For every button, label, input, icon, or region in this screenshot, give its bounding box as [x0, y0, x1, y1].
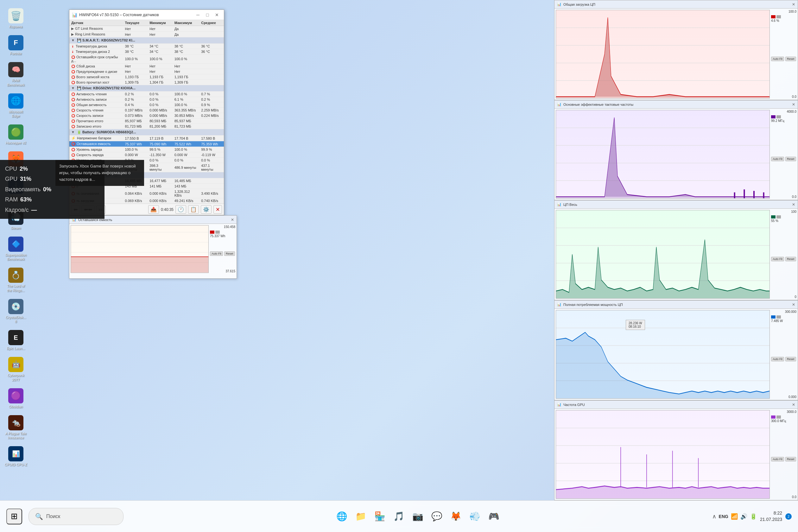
table-row[interactable]: ⚡Напряжение батареи 17.550 В17.119 В17.7… [69, 135, 224, 141]
svg-marker-24 [556, 240, 770, 298]
overlay-videomem-value: 0% [43, 184, 51, 194]
cpu-load-close[interactable]: ✕ [792, 2, 795, 7]
cpu-freq-graph-icon: 📊 [557, 102, 562, 107]
table-row[interactable]: ⭕Скорость чтения 0.197 MB/s0.000 MB/s363… [69, 108, 224, 113]
desktop-icon-cyberpunk[interactable]: 🤖 Cyberpunk 2077 [3, 355, 28, 383]
table-row[interactable]: ⭕Записано итого 81,723 МБ81,200 МБ81,723… [69, 124, 224, 129]
cpu-legend-red [771, 15, 776, 18]
cpu-auto-fit-button[interactable]: Auto Fit [771, 57, 784, 61]
taskbar-search[interactable]: 🔍 Поиск [28, 508, 124, 525]
cpu-freq-graph-area [556, 110, 770, 198]
freq-reset-button[interactable]: Reset [785, 157, 796, 161]
freq-auto-fit-button[interactable]: Auto Fit [771, 157, 784, 161]
cpu-all-legend-green [771, 215, 776, 218]
volume-icon[interactable]: 🔊 [740, 513, 747, 520]
desktop-icon-plague-tale[interactable]: 🐀 A Plague Tale Innocence [3, 413, 28, 442]
table-row[interactable]: ⭕Скорость заряда 0.000 W-11.350 W0.000 W… [69, 152, 224, 158]
table-row[interactable]: ⭕Общая активность 0.4 %0.0 %100.0 %0.9 % [69, 102, 224, 108]
table-row[interactable]: ⭕Оставшийся срок службы д... 100.0 %100.… [69, 55, 224, 64]
tray-arrow-icon[interactable]: ∧ [712, 513, 716, 520]
desktop-icon-superposition[interactable]: 🔷 Superposition Benchmark [3, 235, 28, 263]
toolbar-close-button[interactable]: ✕ [213, 205, 222, 214]
table-row[interactable]: ⭕Прочитано итого 85,937 МБ80,593 МБ85,93… [69, 118, 224, 124]
table-row[interactable]: ⭕Всего записей хоста 1,193 ГБ1,193 ГБ1,1… [69, 74, 224, 80]
taskbar-center: 🌐 📁 🏪 🎵 📷 💬 🦊 💨 🎮 [124, 508, 712, 525]
cpu-freq-close[interactable]: ✕ [792, 102, 795, 107]
notification-badge[interactable]: 2 [785, 513, 792, 520]
gpu-freq-title-left: 📊 Частота GPU [557, 402, 585, 406]
gpu-freq-graph-area [556, 410, 770, 499]
hwinfo-close-button[interactable]: ✕ [212, 12, 221, 18]
gpu-freq-graph-icon: 📊 [557, 402, 562, 406]
battery-icon[interactable]: 🔋 [750, 513, 757, 520]
gpu-freq-close[interactable]: ✕ [792, 402, 795, 407]
table-row[interactable]: ▶GT Limit Reasons НетНетДа [69, 26, 224, 32]
taskbar-app-music[interactable]: 🎵 [390, 508, 407, 525]
cpu-freq-legend [771, 115, 796, 118]
cpu-power-close[interactable]: ✕ [792, 302, 795, 307]
table-row[interactable]: ⭕Активность чтения 0.2 %0.0 %100.0 %0.7 … [69, 92, 224, 97]
table-row[interactable]: ⭕Активность записи 0.2 %0.0 %6.1 %0.2 % [69, 97, 224, 102]
toolbar-settings-button[interactable]: ⚙️ [201, 205, 211, 214]
remaining-capacity-value: 75.337 Wh [210, 234, 235, 238]
taskbar-app-photos[interactable]: 📷 [409, 508, 426, 525]
cpu-reset-button[interactable]: Reset [785, 57, 796, 61]
gpu-reset-button[interactable]: Reset [785, 457, 796, 461]
remaining-capacity-close[interactable]: ✕ [231, 217, 234, 222]
taskbar-app-discord[interactable]: 💬 [428, 508, 445, 525]
start-button[interactable]: ⊞ [6, 509, 22, 525]
taskbar-app-steam[interactable]: 💨 [466, 508, 483, 525]
auto-fit-button[interactable]: Auto Fit [210, 251, 223, 256]
desktop-icon-edge[interactable]: 🌐 Microsoft Edge [3, 92, 28, 120]
desktop-icon-nasledie[interactable]: 🟢 Наследие v2 [3, 122, 28, 147]
lang-indicator: ENG [719, 514, 728, 519]
table-row[interactable]: ⭕Скорость записи 0.073 MB/s0.000 MB/s30.… [69, 113, 224, 118]
table-row[interactable]: ▶Ring Limit Reasons НетНетДа [69, 32, 224, 37]
desktop-icon-crystal-disk[interactable]: 💿 CrystalDisk... 8 [3, 297, 28, 325]
taskbar-app-browser[interactable]: 🌐 [333, 508, 350, 525]
table-row[interactable]: 🌡Температура диска 38 °C34 °C38 °C36 °C [69, 44, 224, 49]
desktop-icon-cpu-id[interactable]: 📊 CPUID CPU-Z [3, 444, 28, 469]
taskbar-clock[interactable]: 8:22 21.07.2023 [760, 510, 782, 522]
power-tooltip-time: 08:16:10 [629, 325, 642, 328]
cpu-all-close[interactable]: ✕ [792, 202, 795, 207]
overlay-fps-label: Кадров/с [5, 205, 29, 215]
table-row[interactable]: 🌡Температура диска 2 38 °C34 °C38 °C36 °… [69, 49, 224, 55]
gpu-auto-fit-button[interactable]: Auto Fit [771, 457, 784, 461]
table-row[interactable]: ⭕Предупреждение о диске НетНетНет [69, 69, 224, 74]
hwinfo-maximize-button[interactable]: □ [203, 12, 212, 18]
taskbar-app-game[interactable]: 🎮 [485, 508, 502, 525]
wifi-icon[interactable]: 📶 [731, 513, 738, 520]
power-auto-fit-button[interactable]: Auto Fit [771, 357, 784, 361]
hwinfo-icon: 📊 [72, 12, 77, 17]
table-row[interactable]: ⭕Уровень заряда 100.0 %99.5 %100.0 %99.9… [69, 147, 224, 152]
toolbar-clock-button[interactable]: 🕐 [175, 205, 186, 214]
table-row-highlighted[interactable]: ⭕ Оставшаяся емкость 75.337 Wh75.090 Wh7… [69, 141, 224, 147]
hwinfo-minimize-button[interactable]: ─ [193, 12, 202, 18]
freq-legend-purple [771, 115, 776, 118]
remaining-capacity-max: 150.458 [210, 225, 235, 229]
power-reset-button[interactable]: Reset [785, 357, 796, 361]
desktop-icon-recycle-bin[interactable]: 🗑️ Корзина [3, 6, 28, 31]
taskbar-app-files[interactable]: 📁 [352, 508, 369, 525]
cpu-all-auto-fit-button[interactable]: Auto Fit [771, 257, 784, 261]
table-row[interactable]: ⭕Сбой диска НетНетНет [69, 64, 224, 69]
taskbar-app-firefox[interactable]: 🦊 [447, 508, 464, 525]
toolbar-copy-button[interactable]: 📋 [188, 205, 199, 214]
desktop-icon-fortnite[interactable]: F Fortnite [3, 33, 28, 58]
cpu-freq-graph-window: 📊 Основные эффективные тактовые частоты … [554, 100, 798, 200]
taskbar-app-store[interactable]: 🏪 [371, 508, 388, 525]
cpu-all-reset-button[interactable]: Reset [785, 257, 796, 261]
desktop-icon-lord-rings[interactable]: 💍 The Lord of the Rings... [3, 266, 28, 294]
graph-panel: 📊 Общая загрузка ЦП ✕ 100.0 [554, 0, 798, 500]
reset-button[interactable]: Reset [224, 251, 235, 256]
table-row[interactable]: ⭕Всего прочитал хост 1,309 ГБ1,304 ГБ1,3… [69, 80, 224, 85]
desktop-icon-epic[interactable]: E Epic Laun... [3, 328, 28, 353]
overlay-gpu-label: GPU [5, 174, 17, 184]
cpu-power-title: Полная потребляемая мощность ЦП [563, 303, 623, 306]
cpu-freq-max: 4000.0 [771, 110, 796, 113]
desktop-icon-obsidian[interactable]: 🟣 Obsidian [3, 386, 28, 411]
gpu-freq-min: 0.0 [771, 495, 796, 499]
toolbar-export-button[interactable]: 📤 [148, 205, 159, 214]
desktop-icon-ram-benchmark[interactable]: 🧠 RAM Benchmark [3, 60, 28, 89]
